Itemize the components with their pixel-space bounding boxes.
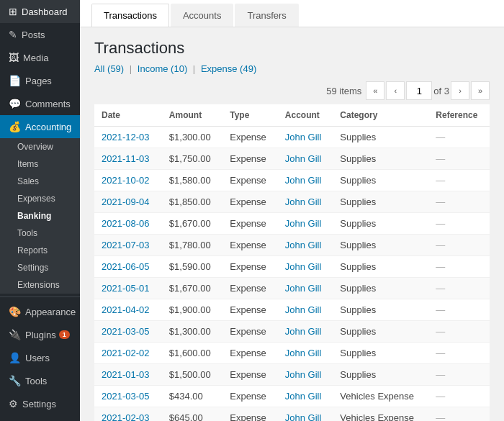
cell-account[interactable]: John Gill <box>278 235 333 256</box>
account-link[interactable]: John Gill <box>285 348 322 358</box>
cell-account[interactable]: John Gill <box>278 148 333 170</box>
sidebar-sub-sales[interactable]: Sales <box>0 173 80 190</box>
sidebar-item-tools[interactable]: 🔧 Tools <box>0 369 80 392</box>
cell-account[interactable]: John Gill <box>278 343 333 364</box>
sidebar-sub-overview[interactable]: Overview <box>0 138 80 155</box>
cell-reference: — <box>428 343 490 364</box>
account-link[interactable]: John Gill <box>285 304 322 315</box>
table-row: 2021-12-03 $1,300.00 Expense John Gill S… <box>94 127 490 148</box>
date-link[interactable]: 2021-09-04 <box>102 196 150 207</box>
cell-date[interactable]: 2021-01-03 <box>94 364 162 386</box>
table-row: 2021-01-03 $1,500.00 Expense John Gill S… <box>94 364 490 386</box>
cell-account[interactable]: John Gill <box>278 256 333 278</box>
sidebar-sub-reports[interactable]: Reports <box>0 242 80 259</box>
cell-amount: $645.00 <box>162 407 222 422</box>
cell-account[interactable]: John Gill <box>278 407 333 422</box>
date-link[interactable]: 2021-12-03 <box>102 132 150 142</box>
sidebar-sub-extensions[interactable]: Extensions <box>0 276 80 294</box>
account-link[interactable]: John Gill <box>285 153 322 164</box>
date-link[interactable]: 2021-01-03 <box>102 369 150 380</box>
sidebar-item-collapse[interactable]: ◀ Collapse menu <box>0 415 80 421</box>
cell-reference: — <box>428 256 490 278</box>
sidebar-item-accounting[interactable]: 💰 Accounting <box>0 115 80 138</box>
sidebar-sub-banking[interactable]: Banking <box>0 207 80 225</box>
date-link[interactable]: 2021-03-05 <box>102 391 150 402</box>
tab-transfers[interactable]: Transfers <box>235 4 298 27</box>
cell-account[interactable]: John Gill <box>278 191 333 213</box>
plugins-icon: 🔌 <box>9 329 21 340</box>
cell-account[interactable]: John Gill <box>278 170 333 191</box>
cell-date[interactable]: 2021-03-05 <box>94 386 162 407</box>
date-link[interactable]: 2021-03-05 <box>102 326 150 337</box>
date-link[interactable]: 2021-08-06 <box>102 218 150 229</box>
sidebar-item-dashboard[interactable]: ⊞ Dashboard <box>0 0 80 23</box>
account-link[interactable]: John Gill <box>285 175 322 186</box>
cell-date[interactable]: 2021-02-03 <box>94 407 162 422</box>
cell-date[interactable]: 2021-10-02 <box>94 170 162 191</box>
account-link[interactable]: John Gill <box>285 412 322 421</box>
date-link[interactable]: 2021-02-03 <box>102 412 150 421</box>
cell-date[interactable]: 2021-12-03 <box>94 127 162 148</box>
cell-account[interactable]: John Gill <box>278 278 333 299</box>
cell-account[interactable]: John Gill <box>278 364 333 386</box>
filter-income[interactable]: Income (10) <box>138 63 187 74</box>
filter-expense[interactable]: Expense (49) <box>201 63 256 74</box>
cell-type: Expense <box>222 278 278 299</box>
account-link[interactable]: John Gill <box>285 369 322 380</box>
cell-date[interactable]: 2021-03-05 <box>94 321 162 343</box>
cell-date[interactable]: 2021-11-03 <box>94 148 162 170</box>
account-link[interactable]: John Gill <box>285 240 322 250</box>
sidebar-label-dashboard: Dashboard <box>22 6 68 17</box>
cell-date[interactable]: 2021-08-06 <box>94 213 162 235</box>
cell-date[interactable]: 2021-04-02 <box>94 299 162 321</box>
sidebar-sub-settings[interactable]: Settings <box>0 259 80 276</box>
account-link[interactable]: John Gill <box>285 218 322 229</box>
account-link[interactable]: John Gill <box>285 326 322 337</box>
account-link[interactable]: John Gill <box>285 196 322 207</box>
pagination-next-button[interactable]: › <box>451 81 469 100</box>
cell-account[interactable]: John Gill <box>278 299 333 321</box>
sidebar-sub-tools[interactable]: Tools <box>0 225 80 242</box>
date-link[interactable]: 2021-07-03 <box>102 240 150 250</box>
sidebar-item-posts[interactable]: ✎ Posts <box>0 23 80 46</box>
account-link[interactable]: John Gill <box>285 261 322 272</box>
date-link[interactable]: 2021-02-02 <box>102 348 150 358</box>
date-link[interactable]: 2021-06-05 <box>102 261 150 272</box>
account-link[interactable]: John Gill <box>285 391 322 402</box>
date-link[interactable]: 2021-04-02 <box>102 304 150 315</box>
cell-date[interactable]: 2021-09-04 <box>94 191 162 213</box>
cell-account[interactable]: John Gill <box>278 321 333 343</box>
sidebar-label-plugins: Plugins <box>25 330 56 340</box>
cell-account[interactable]: John Gill <box>278 213 333 235</box>
cell-type: Expense <box>222 407 278 422</box>
pagination-first-button[interactable]: « <box>366 81 384 100</box>
cell-account[interactable]: John Gill <box>278 127 333 148</box>
pagination-prev-button[interactable]: ‹ <box>386 81 405 100</box>
cell-date[interactable]: 2021-07-03 <box>94 235 162 256</box>
account-link[interactable]: John Gill <box>285 283 322 294</box>
account-link[interactable]: John Gill <box>285 132 322 142</box>
sidebar-sub-items[interactable]: Items <box>0 155 80 173</box>
cell-date[interactable]: 2021-02-02 <box>94 343 162 364</box>
tab-accounts[interactable]: Accounts <box>171 4 233 27</box>
sidebar-item-comments[interactable]: 💬 Comments <box>0 92 80 115</box>
tab-transactions[interactable]: Transactions <box>91 4 169 27</box>
pagination-last-button[interactable]: » <box>471 81 490 100</box>
sidebar-item-plugins[interactable]: 🔌 Plugins 1 <box>0 323 80 346</box>
pagination-page-input[interactable] <box>406 81 432 100</box>
date-link[interactable]: 2021-10-02 <box>102 175 150 186</box>
sidebar-item-settings[interactable]: ⚙ Settings <box>0 392 80 415</box>
sidebar-item-pages[interactable]: 📄 Pages <box>0 69 80 92</box>
sidebar-item-users[interactable]: 👤 Users <box>0 346 80 369</box>
cell-reference: — <box>428 407 490 422</box>
filter-all[interactable]: All (59) <box>94 63 124 74</box>
date-link[interactable]: 2021-11-03 <box>102 153 150 164</box>
date-link[interactable]: 2021-05-01 <box>102 283 150 294</box>
cell-account[interactable]: John Gill <box>278 386 333 407</box>
sidebar-item-media[interactable]: 🖼 Media <box>0 46 80 69</box>
cell-date[interactable]: 2021-05-01 <box>94 278 162 299</box>
sidebar-item-appearance[interactable]: 🎨 Appearance <box>0 300 80 323</box>
sidebar-sub-expenses[interactable]: Expenses <box>0 190 80 207</box>
sidebar-label-tools: Tools <box>25 376 47 386</box>
cell-date[interactable]: 2021-06-05 <box>94 256 162 278</box>
